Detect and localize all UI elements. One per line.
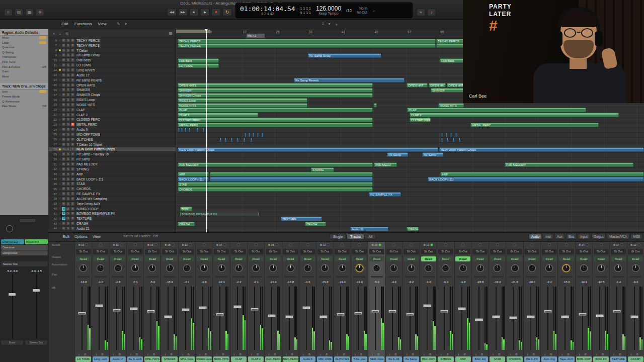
send-level-knob[interactable] xyxy=(120,243,123,246)
pan-knob[interactable] xyxy=(218,264,225,272)
send-level-knob[interactable] xyxy=(637,243,640,246)
send-level-knob[interactable] xyxy=(620,243,623,246)
mute-button[interactable]: M xyxy=(62,98,65,102)
input-record-row[interactable]: I R xyxy=(368,352,385,356)
channel-strip[interactable]: St OutRead-4.6I RRe S..16 xyxy=(385,242,402,362)
output-selector[interactable]: St Out xyxy=(559,249,574,254)
record-enable-dot[interactable] xyxy=(59,109,61,111)
track-row[interactable]: 41MSRBOMBGO RESAMPLE FX xyxy=(49,212,176,217)
mute-button[interactable]: M xyxy=(62,68,65,72)
output-selector[interactable]: St Out xyxy=(455,249,470,254)
region-param-chip[interactable] xyxy=(39,36,46,39)
send-level-knob[interactable] xyxy=(410,243,413,246)
mute-button[interactable]: M xyxy=(62,147,65,151)
audio-region[interactable]: METAL PERC xyxy=(178,123,373,127)
output-selector[interactable]: St Out xyxy=(128,249,143,254)
record-button[interactable]: R xyxy=(71,39,74,42)
mute-button[interactable]: M xyxy=(62,123,65,126)
audio-region[interactable]: STAB xyxy=(178,182,373,187)
mute-button[interactable]: M xyxy=(62,138,65,141)
audio-region[interactable] xyxy=(459,138,460,142)
audio-region[interactable]: CRASH xyxy=(305,222,326,226)
track-row[interactable]: 26MSRGLITCHES xyxy=(49,137,176,142)
send-slot[interactable]: B 12 xyxy=(420,242,437,248)
audio-region[interactable]: NEW Drum Pattern Chops xyxy=(178,147,438,152)
pan-knob[interactable] xyxy=(97,264,104,272)
inspector-icon[interactable]: ▤ xyxy=(15,9,23,16)
input-record-row[interactable]: I R xyxy=(403,352,420,356)
group-slot[interactable] xyxy=(440,276,452,278)
mixer-view-tracks[interactable]: Tracks xyxy=(347,234,364,239)
fader-cap[interactable] xyxy=(216,313,224,316)
record-button[interactable]: R xyxy=(71,197,74,201)
record-button[interactable]: R xyxy=(71,103,74,107)
fader-cap[interactable] xyxy=(319,315,328,318)
audio-region[interactable]: CLOSED PERC xyxy=(410,118,431,122)
input-record-row[interactable]: I R xyxy=(248,352,264,356)
track-inspector-title[interactable]: Track: NEW Dru...ern Chops xyxy=(0,83,48,89)
track-row[interactable]: 19MSRNOISE HITS xyxy=(49,103,176,108)
fader-cap[interactable] xyxy=(337,313,345,316)
mute-button[interactable]: M xyxy=(62,227,65,230)
group-slot[interactable] xyxy=(319,276,331,278)
mute-button[interactable]: M xyxy=(62,197,65,201)
plugin-slot[interactable]: Channel EQ xyxy=(1,239,24,244)
fader-cap[interactable] xyxy=(251,308,259,311)
region-param-row[interactable]: Transpose: xyxy=(0,55,48,60)
channel-strip[interactable]: B 14St OutRead-12.1I RNOIS..HITS xyxy=(212,242,229,362)
record-button[interactable]: R xyxy=(71,68,74,72)
mute-button[interactable]: M xyxy=(62,157,65,161)
fader-cap[interactable] xyxy=(492,315,500,318)
record-enable-dot[interactable] xyxy=(59,148,61,150)
mixer-icon[interactable]: ▦ xyxy=(25,9,34,16)
solo-button[interactable]: S xyxy=(66,123,70,126)
audio-region[interactable]: CLAP 2 xyxy=(410,113,619,117)
solo-button[interactable]: S xyxy=(66,68,70,72)
snap-menu-icon[interactable]: ≡ xyxy=(322,22,325,27)
record-enable-dot[interactable] xyxy=(59,64,61,66)
channel-strip[interactable]: St OutRead-13.4I RGLITCHES xyxy=(333,242,350,362)
group-slot[interactable] xyxy=(215,276,227,278)
channel-name-label[interactable]: STAB xyxy=(490,356,505,362)
track-row[interactable]: 16MSRSHAKER xyxy=(49,87,176,93)
audio-region[interactable] xyxy=(210,172,373,176)
channel-name-label[interactable]: MET..PERC xyxy=(283,356,298,362)
solo-button[interactable]: S xyxy=(66,83,70,87)
audio-region[interactable]: SHAKER xyxy=(178,88,373,93)
output-selector[interactable]: St Out xyxy=(162,249,177,254)
mixer-filter-input[interactable]: Input xyxy=(578,234,590,239)
solo-button[interactable]: S xyxy=(66,167,70,171)
track-row[interactable]: 39MSRTape Delay AUX xyxy=(49,202,176,207)
group-slot[interactable] xyxy=(509,276,521,278)
cycle-button[interactable]: ↻ xyxy=(222,8,232,16)
fader-cap[interactable] xyxy=(233,305,242,308)
group-slot[interactable] xyxy=(353,276,365,278)
audio-region[interactable]: BOMBGO RESAMPLE FX xyxy=(180,212,259,216)
fader-cap[interactable] xyxy=(630,315,638,318)
record-button[interactable]: R xyxy=(71,157,74,161)
record-button[interactable]: R xyxy=(71,138,74,141)
audio-region[interactable] xyxy=(231,138,232,142)
channel-name-label[interactable]: T-De..plet xyxy=(352,356,367,362)
zoom-icon[interactable]: ＋ xyxy=(335,22,339,27)
send-level-knob[interactable] xyxy=(461,243,464,246)
group-slot[interactable] xyxy=(232,276,245,278)
audio-region[interactable] xyxy=(244,138,245,142)
audio-region[interactable]: BACK LOOP (-11) xyxy=(178,177,209,182)
metronome-icon[interactable]: ♪ xyxy=(427,9,436,16)
record-enable-dot[interactable] xyxy=(59,163,61,165)
fader-b-lane[interactable] xyxy=(25,274,47,338)
send-slot[interactable]: B 12 xyxy=(110,242,126,248)
output-selector[interactable]: St Out xyxy=(283,249,298,254)
channel-name-label[interactable]: MID..OMS xyxy=(317,356,333,362)
channel-name-label[interactable]: ARP xyxy=(455,356,471,362)
record-button[interactable]: R xyxy=(71,152,74,156)
send-level-knob[interactable] xyxy=(358,243,361,246)
channel-name-label[interactable]: Tape..AUX xyxy=(558,356,574,362)
solo-button[interactable]: S xyxy=(66,49,70,52)
channel-name-label[interactable]: Re Samp xyxy=(404,356,419,362)
input-record-row[interactable]: I R xyxy=(524,352,540,356)
channel-name-label[interactable]: BOM..FX xyxy=(593,356,609,362)
pan-knob[interactable] xyxy=(304,264,311,272)
audio-region[interactable] xyxy=(262,133,263,137)
